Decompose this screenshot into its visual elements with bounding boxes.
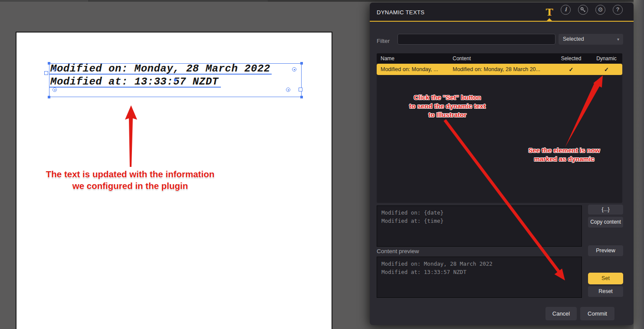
window-right-edge: [634, 0, 644, 329]
set-button[interactable]: Set: [588, 273, 623, 284]
selection-underline: [49, 87, 221, 88]
text-in-port[interactable]: [44, 71, 48, 75]
column-header-name: Name: [377, 55, 447, 62]
filter-input[interactable]: [398, 34, 555, 45]
canvas-annotation-line2: we configured in the plugin: [37, 180, 223, 192]
gear-icon[interactable]: ⚙: [595, 5, 605, 15]
row-selected-check-icon: ✓: [552, 66, 591, 73]
chevron-down-icon: ▾: [617, 34, 619, 45]
content-preview-box: Modified on: Monday, 28 March 2022 Modif…: [377, 257, 582, 298]
set-annotation-line2: to send the dynamic text: [391, 102, 504, 111]
dynamic-texts-list: Name Content Selected Dynamic Modified o…: [377, 53, 622, 203]
selection-handle-bottom-right[interactable]: [300, 96, 303, 98]
column-header-dynamic: Dynamic: [591, 55, 622, 62]
selection-handle-top-right[interactable]: [300, 62, 303, 65]
row-content: Modified on: Monday, 28 March 20...: [447, 66, 552, 72]
preview-button[interactable]: Preview: [588, 245, 623, 256]
set-button-annotation: Click the "Set" button to send the dynam…: [391, 93, 504, 119]
cancel-button[interactable]: Cancel: [545, 307, 577, 320]
row-name: Modified on: Monday, ...: [377, 66, 447, 72]
filter-scope-dropdown[interactable]: Selected ▾: [559, 34, 623, 45]
commit-button[interactable]: Commit: [580, 307, 614, 320]
dynamic-text-marker-icon: [292, 67, 296, 72]
column-header-content: Content: [447, 55, 552, 62]
canvas-annotation: The text is updated with the information…: [37, 168, 223, 192]
dynamic-annotation-line2: marked as dynamic: [507, 155, 621, 163]
selection-handle-top-left[interactable]: [48, 62, 50, 65]
key-icon-glyph: [579, 6, 588, 14]
insert-token-button[interactable]: {...}: [588, 205, 623, 215]
table-row[interactable]: Modified on: Monday, ... Modified on: Mo…: [377, 64, 622, 75]
selection-handle-bottom-left[interactable]: [48, 96, 50, 98]
reset-button[interactable]: Reset: [588, 286, 623, 297]
copy-content-button[interactable]: Copy content: [588, 217, 623, 228]
help-icon[interactable]: ?: [613, 5, 623, 15]
window-top-strip-segment: [0, 0, 89, 2]
filter-label: Filter: [377, 38, 390, 44]
dynamic-annotation-line1: See the element is now: [507, 146, 621, 155]
column-header-selected: Selected: [552, 55, 591, 62]
row-dynamic-check-icon: ✓: [591, 66, 622, 73]
text-out-port[interactable]: [299, 88, 302, 91]
dynamic-text-marker-icon: [286, 88, 290, 92]
canvas-annotation-line1: The text is updated with the information: [37, 168, 223, 180]
window-top-strip-segment: [268, 0, 644, 2]
dynamic-texts-panel: DYNAMIC TEXTS T Cancel Commit Filter Sel…: [370, 3, 634, 325]
dynamic-text-marker-icon: [53, 67, 57, 72]
tab-dynamic-texts[interactable]: T: [543, 6, 556, 19]
selection-underline: [49, 74, 272, 75]
panel-title: DYNAMIC TEXTS: [377, 9, 424, 16]
content-preview-label: Content preview: [377, 248, 419, 254]
key-icon[interactable]: [578, 5, 588, 15]
filter-scope-value: Selected: [563, 36, 584, 42]
active-tab-pointer: [546, 18, 553, 22]
dynamic-content-editor[interactable]: Modified on: {date} Modified at: {time}: [377, 205, 582, 247]
dynamic-mark-annotation: See the element is now marked as dynamic: [507, 146, 621, 163]
set-annotation-line3: to Illustrator: [391, 111, 504, 119]
selection-center-point: [174, 78, 177, 81]
list-header-row: Name Content Selected Dynamic: [377, 53, 622, 63]
dynamic-text-marker-icon: [53, 88, 57, 92]
set-annotation-line1: Click the "Set" button: [391, 93, 504, 102]
info-icon[interactable]: i: [561, 5, 571, 15]
